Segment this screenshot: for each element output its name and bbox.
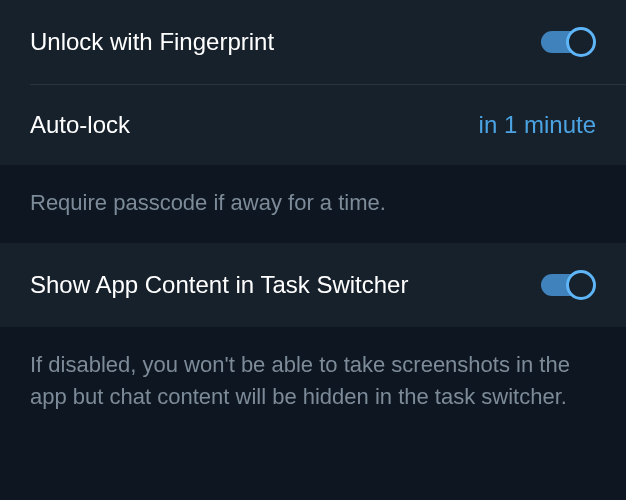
setting-row-task-switcher[interactable]: Show App Content in Task Switcher bbox=[0, 243, 626, 327]
task-switcher-description: If disabled, you won't be able to take s… bbox=[30, 349, 596, 413]
toggle-thumb bbox=[566, 27, 596, 57]
autolock-description: Require passcode if away for a time. bbox=[30, 187, 596, 219]
autolock-value: in 1 minute bbox=[479, 111, 596, 139]
task-switcher-toggle[interactable] bbox=[538, 269, 596, 301]
fingerprint-label: Unlock with Fingerprint bbox=[30, 28, 274, 56]
task-switcher-description-section: If disabled, you won't be able to take s… bbox=[0, 327, 626, 437]
setting-row-autolock[interactable]: Auto-lock in 1 minute bbox=[0, 85, 626, 165]
autolock-description-section: Require passcode if away for a time. bbox=[0, 165, 626, 243]
fingerprint-toggle[interactable] bbox=[538, 26, 596, 58]
setting-row-fingerprint[interactable]: Unlock with Fingerprint bbox=[0, 0, 626, 84]
settings-list: Unlock with Fingerprint Auto-lock in 1 m… bbox=[0, 0, 626, 437]
autolock-label: Auto-lock bbox=[30, 111, 130, 139]
task-switcher-label: Show App Content in Task Switcher bbox=[30, 271, 408, 299]
toggle-thumb bbox=[566, 270, 596, 300]
